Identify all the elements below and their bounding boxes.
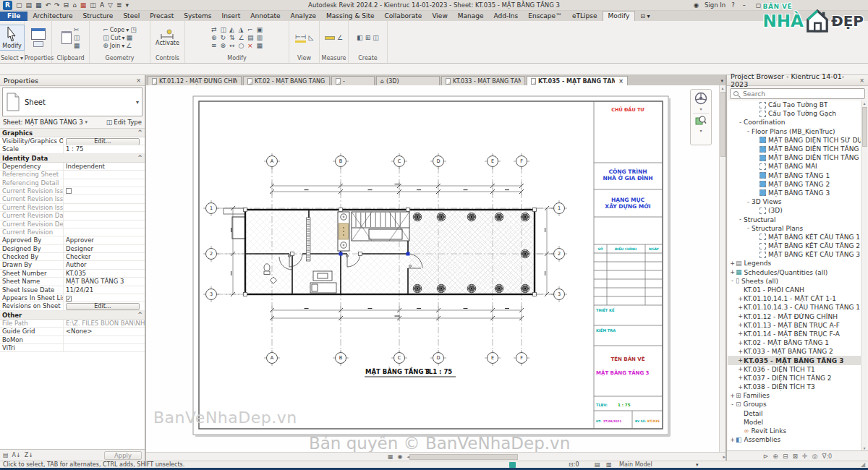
group-icon[interactable]: ◧ [357,34,363,41]
browser-item-legends[interactable]: +▤Legends [728,259,867,268]
worksharing-icon[interactable] [509,462,516,468]
property-row[interactable]: Drawn ByAuthor [0,261,145,269]
expand-icon[interactable]: + [729,260,736,267]
fillet-icon[interactable]: ○ [239,42,245,49]
browser-item-kt-01-14-m-t-b-n-tr-c-f-a[interactable]: +KT.01.14 - MẶT BÊN TRỤC F-A [728,330,867,338]
property-row[interactable]: Current Revision Issued To [0,204,145,212]
property-group-graphics[interactable]: Graphics^ [0,129,145,137]
property-value[interactable] [64,187,145,195]
worksets-icon[interactable]: ▤ [595,461,600,469]
print-icon[interactable]: ⊟ [64,1,69,10]
delete-icon[interactable]: × [247,42,254,49]
clipboard-panel-label[interactable]: Clipboard [52,54,89,63]
browser-item-kt-01-ph-i-c-nh[interactable]: KT.01 - PHỐI CẢNH [728,286,867,294]
document-tab-6[interactable]: KT.035 - MẶT BẰNG TẦNG 3× [527,76,628,85]
property-row[interactable]: Sheet NameMẶT BẰNG TẦNG 3 [0,278,145,286]
cut-button[interactable]: Cut [111,35,121,41]
browser-item-m-t-b-ng-t-ng-2[interactable]: MẶT BẰNG TẦNG 2 [728,180,867,189]
paste-icon[interactable] [61,31,72,44]
view-panel-label[interactable]: View [289,54,319,63]
property-row[interactable]: Revisions on SheetEdit... [0,302,145,310]
undo-icon[interactable]: ↶ [45,1,51,10]
sign-in-button[interactable]: Sign In [705,1,726,9]
browser-item-m-t-b-ng-m-i[interactable]: MẶT BẰNG MÁI [728,162,867,171]
browser-scroll-down-icon[interactable]: ▾ [863,445,865,450]
browser-item-m-t-b-ng-t-ng-3[interactable]: MẶT BẰNG TẦNG 3 [728,189,867,197]
angle-icon[interactable]: ∠ [337,34,343,41]
property-value[interactable]: E:\Z. FILES BUON BAN\NH... [64,320,145,327]
property-value[interactable] [64,228,145,236]
collapse-icon[interactable]: - [745,128,752,134]
properties-close-icon[interactable]: × [136,77,141,84]
dimension-icon[interactable]: ⊢⊣ [295,33,307,43]
edit-button[interactable]: Edit... [66,303,140,309]
property-row[interactable]: ViTri [0,344,145,352]
settings-icon[interactable]: ◎ [812,453,818,460]
filter3-icon[interactable]: ⊠ [792,453,798,460]
property-value[interactable]: 1 : 75 [64,145,145,153]
spot-icon[interactable]: ◺ [308,34,313,41]
modify-panel-label[interactable]: Modify [185,54,289,63]
property-value[interactable]: Author [64,261,145,268]
filter1-icon[interactable]: ⊕ [773,453,778,460]
browser-item-3d-views[interactable]: -3D Views [728,197,867,206]
expand-icon[interactable]: + [737,357,744,364]
property-row[interactable]: Referencing Detail [0,179,145,187]
property-row[interactable]: Sheet Issue Date11/24/21 [0,286,145,294]
zoom-dropdown-icon[interactable]: ▾ [699,128,702,133]
mirror-pick-icon[interactable]: ◮ [239,26,245,33]
property-row[interactable]: Visibility/Graphics Overrid...Edit... [0,137,145,145]
expand-icon[interactable]: + [737,375,744,381]
browser-item-c-u-t-o-t-ng-g-ch[interactable]: Cấu Tạo Tường Gạch [728,109,867,118]
property-value[interactable] [64,344,145,351]
property-row[interactable]: Current Revision Date [0,212,145,220]
horizontal-scroll-thumb[interactable] [409,454,518,460]
ribbon-tab-structure[interactable]: Structure [78,12,119,21]
properties-panel-label[interactable]: Properties [25,54,51,63]
browser-item-groups[interactable]: -⊡Groups [728,400,867,409]
sheet-drawing[interactable]: CHỦ ĐẦU TƯ CÔNG TRÌNH NHÀ Ở GIA ĐÌNH HẠN… [146,85,719,452]
property-row[interactable]: Current Revision Descripti... [0,221,145,228]
collapse-icon[interactable]: - [737,216,744,223]
active-workset[interactable]: Main Model [619,461,652,469]
ribbon-tab-modify[interactable]: Modify [603,11,636,21]
offset-icon[interactable]: ◫ [220,26,226,33]
document-tab-3[interactable]: - [331,76,375,85]
ribbon-tab-analyze[interactable]: Analyze [286,12,321,21]
ribbon-tab-massing-site[interactable]: Massing & Site [321,12,380,21]
browser-item-coordination[interactable]: -Coordination [728,118,867,127]
tab-close-icon[interactable]: × [618,78,624,85]
cut-geometry-icon[interactable]: ◳ [130,26,137,33]
tab-list-icon[interactable]: ▾ [720,78,723,84]
collapse-icon[interactable]: - [745,199,752,205]
sheet-icon[interactable]: ▦ [80,1,87,10]
expand-icon[interactable]: + [737,296,744,302]
type-selector-dropdown-icon[interactable]: ▾ [136,99,139,106]
browser-item-sheets-all-[interactable]: -▯Sheets (all) [728,277,867,286]
vertical-scrollbar[interactable]: ▴ [719,85,726,452]
checkbox[interactable]: ✓ [66,296,72,302]
minimize-button[interactable]: – [741,2,748,9]
match-icon[interactable]: ▦ [74,42,80,49]
browser-item-detail[interactable]: Detail [728,409,867,418]
browser-item-m-t-b-ng-k-t-c-u-t-ng-1[interactable]: MẶT BẰNG KẾT CẤU TẦNG 1 [728,233,867,242]
browser-item-revit-links[interactable]: ∞Revit Links [728,427,867,435]
ribbon-tab-systems[interactable]: Systems [179,12,216,21]
user-icon[interactable]: ◉ [694,1,699,9]
browser-item-kt-037-di-n-t-ch-t-ng-2[interactable]: +KT.037 - DIỆN TÍCH TẦNG 2 [728,374,867,383]
steering-wheel-icon[interactable] [694,92,707,105]
property-row[interactable]: Referencing Sheet [0,171,145,179]
sort-asc-icon[interactable]: A↓ [12,452,21,458]
property-row[interactable]: Current Revision [0,228,145,236]
expand-icon[interactable]: + [737,313,744,320]
filter4-icon[interactable]: ✛ [802,453,808,460]
design-options-icon[interactable]: ⊡:0 [569,461,579,469]
open-icon[interactable]: ▤ [25,1,32,10]
ribbon-tab-view[interactable]: View [427,12,452,21]
property-value[interactable]: ✓ [64,294,145,302]
horizontal-scrollbar[interactable]: ◂ ▸ [407,453,726,461]
browser-item-kt-033-m-t-b-ng-t-ng-2[interactable]: +KT.033 - MẶT BẰNG TẦNG 2 [728,347,867,356]
select-tool-icon[interactable]: ⊳ [763,453,769,460]
browser-item-kt-01-12-m-t-ng-ch-nh[interactable]: +KT.01.12 - MẶT ĐỨNG CHÍNH [728,312,867,321]
ribbon-display-toggle[interactable]: ⊡ ▾ [635,12,655,21]
